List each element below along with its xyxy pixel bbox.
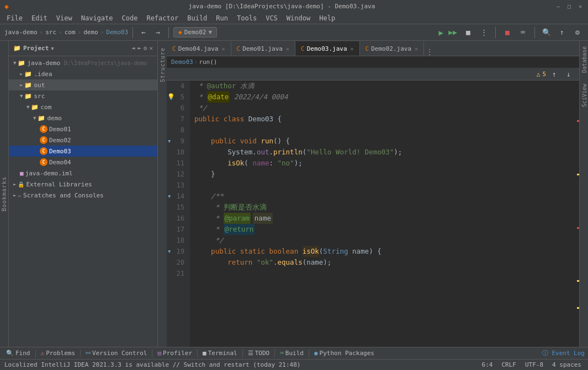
fold-arrow[interactable]: ▼ <box>168 136 171 147</box>
tree-item-label: External Libraries <box>26 181 92 188</box>
structure-icon[interactable]: Structure <box>158 43 167 87</box>
tree-item-external[interactable]: ► 🔒 External Libraries <box>9 179 157 190</box>
build-tool-button[interactable]: ⌨ Build <box>277 349 306 357</box>
tree-item-idea[interactable]: ► 📁 .idea <box>9 68 157 79</box>
tree-item-demo04[interactable]: C Demo04 <box>9 157 157 168</box>
menu-run[interactable]: Run <box>211 13 232 23</box>
structure-strip: Structure <box>158 41 167 347</box>
bc-demo[interactable]: demo <box>83 29 98 36</box>
python-icon: ● <box>314 350 318 357</box>
stop-button[interactable]: ■ <box>501 26 513 39</box>
update-button[interactable]: ↑ <box>556 26 568 39</box>
maximize-button[interactable]: □ <box>566 3 573 9</box>
bc-method[interactable]: run() <box>199 58 217 66</box>
tree-item-iml[interactable]: ■ java-demo.iml <box>9 168 157 179</box>
todo-icon: ☰ <box>248 350 253 357</box>
more-run-button[interactable]: ⋮ <box>478 26 490 39</box>
tree-item-src[interactable]: ▼ 📁 src <box>9 90 157 101</box>
profiler-label: Profiler <box>163 350 192 357</box>
menu-edit[interactable]: Edit <box>27 13 52 23</box>
sciview-tab[interactable]: SciView <box>580 78 588 112</box>
menu-view[interactable]: View <box>52 13 77 23</box>
more-tabs-button[interactable]: ⋮ <box>426 48 433 56</box>
run-button[interactable]: ▶ <box>439 28 443 37</box>
tree-item-demo01[interactable]: C Demo01 <box>9 124 157 135</box>
menu-navigate[interactable]: Navigate <box>77 13 118 23</box>
bookmarks-tab[interactable]: Bookmarks <box>1 176 7 211</box>
menu-build[interactable]: Build <box>183 13 211 23</box>
cursor-position[interactable]: 6:4 <box>480 361 495 368</box>
build-button[interactable]: ⌨ <box>517 26 529 39</box>
tab-close-icon[interactable]: ✕ <box>351 46 354 52</box>
indent[interactable]: 4 spaces <box>550 361 584 368</box>
warning-down[interactable]: ↓ <box>563 68 575 81</box>
warning-controls: △ 5 ↑ ↓ <box>537 68 575 81</box>
collapse-all-icon[interactable]: ⇤ <box>137 45 141 52</box>
tree-item-demo03[interactable]: C Demo03 <box>9 146 157 157</box>
line-ending[interactable]: CRLF <box>499 361 518 368</box>
forward-button[interactable]: → <box>152 26 164 39</box>
panel-settings-icon[interactable]: ⚙ <box>144 45 147 52</box>
database-tab[interactable]: Database <box>580 41 588 78</box>
fold-arrow[interactable]: ▼ <box>168 246 171 257</box>
python-packages-button[interactable]: ● Python Packages <box>311 349 377 357</box>
menu-code[interactable]: Code <box>118 13 142 23</box>
settings-button[interactable]: ⚙ <box>571 26 584 39</box>
version-control-button[interactable]: ⚯ Version Control <box>83 349 150 357</box>
code-editor: 4 💡 5 6 7 8 ▼ 9 10 11 12 13 ▼ 14 <box>167 81 579 347</box>
back-button[interactable]: ← <box>137 26 150 39</box>
status-message[interactable]: Localized IntelliJ IDEA 2021.3.3 is avai… <box>4 361 300 368</box>
expand-icon: ► <box>13 192 16 198</box>
problems-button[interactable]: ⚠ Problems <box>38 349 78 357</box>
fold-arrow[interactable]: ▼ <box>168 191 171 202</box>
code-content[interactable]: * @author 水滴 * @date 2022/4/4 0004 */ pu… <box>190 81 573 347</box>
debug-button[interactable]: ▶▶ <box>447 26 459 39</box>
expand-all-icon[interactable]: ⇥ <box>132 45 136 52</box>
bc-project[interactable]: java-demo <box>4 29 38 36</box>
tab-demo03[interactable]: C Demo03.java ✕ <box>295 41 360 56</box>
bc-com[interactable]: com <box>65 29 76 36</box>
tree-item-scratches[interactable]: ► ✏ Scratches and Consoles <box>9 190 157 201</box>
tab-demo04[interactable]: C Demo04.java ✕ <box>167 41 231 56</box>
todo-button[interactable]: ☰ TODO <box>245 349 273 357</box>
tab-demo02[interactable]: C Demo02.java ✕ <box>360 41 425 56</box>
bc-src[interactable]: src <box>45 29 56 36</box>
find-button[interactable]: 🔍 Find <box>3 349 33 357</box>
tree-item-demo02[interactable]: C Demo02 <box>9 135 157 146</box>
ext-icon: 🔒 <box>18 181 24 187</box>
bc-class[interactable]: Demo03 <box>106 29 128 36</box>
tree-item-demo[interactable]: ▼ 📁 demo <box>9 112 157 124</box>
tree-item-java-demo[interactable]: ▼ 📁 java-demo D:\IdeaProjects\java-demo <box>9 57 157 68</box>
lightbulb-icon[interactable]: 💡 <box>167 92 175 103</box>
encoding[interactable]: UTF-8 <box>523 361 545 368</box>
terminal-button[interactable]: ■ Terminal <box>200 349 240 357</box>
scroll-bar[interactable] <box>573 81 579 347</box>
tab-close-icon[interactable]: ✕ <box>415 46 418 52</box>
line-7: 7 <box>167 114 187 125</box>
tree-item-com[interactable]: ▼ 📁 com <box>9 101 157 112</box>
tab-close-icon[interactable]: ✕ <box>221 46 225 52</box>
tree-item-label: com <box>40 104 51 111</box>
code-line-10: System.out.println("Hello World! Demo03"… <box>190 147 573 158</box>
menu-vcs[interactable]: VCS <box>261 13 282 23</box>
tab-close-icon[interactable]: ✕ <box>286 46 289 52</box>
menu-tools[interactable]: Tools <box>232 13 261 23</box>
warning-up[interactable]: ↑ <box>548 68 560 81</box>
menu-file[interactable]: File <box>2 13 27 23</box>
project-chevron[interactable]: ▼ <box>51 46 54 51</box>
tab-demo01[interactable]: C Demo01.java ✕ <box>231 41 296 56</box>
profiler-button[interactable]: ▤ Profiler <box>155 349 195 357</box>
find-label: Find <box>15 350 30 357</box>
menu-help[interactable]: Help <box>315 13 340 23</box>
minimize-button[interactable]: – <box>555 3 561 9</box>
panel-close-icon[interactable]: ✕ <box>149 45 153 52</box>
search-everywhere-button[interactable]: 🔍 <box>541 26 553 39</box>
run-coverage-button[interactable]: ■ <box>462 26 474 39</box>
close-button[interactable]: ✕ <box>577 3 584 9</box>
tree-item-out[interactable]: ► 📁 out <box>9 79 157 90</box>
event-log-button[interactable]: ⓘ Event Log <box>542 349 585 357</box>
bc-class[interactable]: Demo03 <box>171 58 193 66</box>
run-config-selector[interactable]: ◆ Demo02 ▼ <box>173 27 217 37</box>
menu-refactor[interactable]: Refactor <box>142 13 183 23</box>
menu-window[interactable]: Window <box>282 13 315 23</box>
